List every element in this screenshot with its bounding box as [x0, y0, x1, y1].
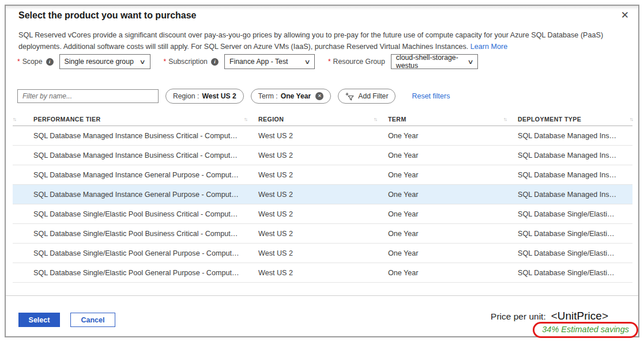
dialog-title: Select the product you want to purchase — [18, 10, 197, 21]
savings-annotation-circle: 34% Estimated savings — [533, 322, 638, 338]
info-icon[interactable]: i — [211, 58, 219, 66]
resource-group-label: * Resource Group — [328, 58, 385, 66]
chevron-down-icon: ∨ — [467, 58, 473, 66]
column-term[interactable]: TERM — [388, 116, 503, 123]
cell-performance-tier: SQL Database Single/Elastic Pool Busines… — [33, 210, 244, 218]
cell-deployment-type: SQL Database Managed Instance — [518, 132, 621, 140]
cell-performance-tier: SQL Database Managed Instance General Pu… — [33, 171, 244, 179]
dialog-description: SQL Reserved vCores provide a significan… — [18, 30, 628, 53]
table-row-selected[interactable]: SQL Database Managed Instance General Pu… — [13, 185, 632, 204]
cell-term: One Year — [388, 151, 503, 159]
price-per-unit: Price per unit: <UnitPrice> — [491, 310, 608, 322]
sort-icon[interactable]: ↑↓ — [13, 116, 33, 122]
cell-deployment-type: SQL Database Managed Instance — [518, 191, 621, 199]
region-pill-value: West US 2 — [202, 92, 236, 100]
resource-group-label-text: Resource Group — [333, 58, 385, 66]
sort-icon[interactable]: ↑↓ — [244, 116, 258, 122]
add-filter-button[interactable]: Add Filter — [338, 89, 396, 104]
cell-region: West US 2 — [258, 132, 374, 140]
price-value: <UnitPrice> — [551, 310, 608, 322]
required-asterisk: * — [17, 58, 20, 66]
cell-term: One Year — [388, 230, 503, 238]
table-row[interactable]: SQL Database Managed Instance Business C… — [13, 126, 632, 146]
estimated-savings-text: 34% Estimated savings — [542, 325, 629, 334]
subscription-dropdown[interactable]: Finance App - Test ∨ — [224, 54, 315, 69]
close-icon[interactable]: ✕ — [621, 10, 629, 20]
products-table: ↑↓ PERFORMANCE TIER ↑↓ REGION ↑↓ TERM ↑↓… — [13, 112, 632, 283]
table-row[interactable]: SQL Database Single/Elastic Pool Busines… — [13, 204, 632, 224]
filter-row: Region : West US 2 Term : One Year ✕ Add… — [17, 89, 450, 104]
filter-by-name-input[interactable] — [17, 89, 159, 103]
region-filter-pill[interactable]: Region : West US 2 — [165, 89, 244, 104]
resource-group-selector: * Resource Group cloud-shell-storage-wes… — [328, 54, 478, 69]
learn-more-link[interactable]: Learn More — [470, 43, 507, 51]
sort-icon[interactable]: ↑↓ — [621, 116, 632, 122]
cell-region: West US 2 — [258, 269, 374, 277]
selector-row: * Scope i Single resource group ∨ * Subs… — [17, 54, 478, 69]
select-button[interactable]: Select — [18, 313, 60, 327]
cancel-button[interactable]: Cancel — [70, 313, 115, 327]
term-pill-value: One Year — [281, 92, 311, 100]
cell-region: West US 2 — [258, 249, 374, 257]
column-performance-tier[interactable]: PERFORMANCE TIER — [33, 116, 244, 123]
cell-deployment-type: SQL Database Single/Elastic Pool — [518, 210, 621, 218]
cell-deployment-type: SQL Database Single/Elastic Pool — [518, 230, 621, 238]
table-row[interactable]: SQL Database Single/Elastic Pool General… — [13, 263, 632, 283]
cell-performance-tier: SQL Database Managed Instance Business C… — [33, 132, 244, 140]
scope-label-text: Scope — [22, 58, 43, 66]
cell-term: One Year — [388, 132, 503, 140]
add-filter-icon — [345, 92, 354, 101]
description-text: SQL Reserved vCores provide a significan… — [18, 31, 603, 51]
term-pill-name: Term : — [258, 92, 278, 100]
info-icon[interactable]: i — [46, 58, 54, 66]
cell-region: West US 2 — [258, 210, 374, 218]
required-asterisk: * — [328, 58, 331, 66]
table-row[interactable]: SQL Database Single/Elastic Pool General… — [13, 244, 632, 263]
cell-performance-tier: SQL Database Managed Instance Business C… — [33, 151, 244, 159]
remove-filter-icon[interactable]: ✕ — [315, 92, 323, 100]
subscription-selector: * Subscription i Finance App - Test ∨ — [164, 54, 315, 69]
scope-selector: * Scope i Single resource group ∨ — [17, 54, 150, 69]
cell-deployment-type: SQL Database Single/Elastic Pool — [518, 269, 621, 277]
add-filter-label: Add Filter — [358, 92, 388, 100]
cell-region: West US 2 — [258, 230, 374, 238]
scope-dropdown[interactable]: Single resource group ∨ — [59, 54, 150, 69]
term-filter-pill[interactable]: Term : One Year ✕ — [251, 89, 331, 104]
cell-term: One Year — [388, 249, 503, 257]
cell-term: One Year — [388, 191, 503, 199]
required-asterisk: * — [164, 58, 167, 66]
scope-label: * Scope i — [17, 58, 54, 66]
sort-icon[interactable]: ↑↓ — [374, 116, 388, 122]
subscription-value: Finance App - Test — [229, 58, 288, 66]
cell-deployment-type: SQL Database Managed Instance — [518, 171, 621, 179]
cell-performance-tier: SQL Database Managed Instance General Pu… — [33, 191, 244, 199]
table-row[interactable]: SQL Database Single/Elastic Pool Busines… — [13, 224, 632, 244]
column-region[interactable]: REGION — [258, 116, 374, 123]
table-header: ↑↓ PERFORMANCE TIER ↑↓ REGION ↑↓ TERM ↑↓… — [13, 112, 632, 126]
subscription-label: * Subscription i — [164, 58, 219, 66]
table-row[interactable]: SQL Database Managed Instance General Pu… — [13, 165, 632, 185]
cell-term: One Year — [388, 269, 503, 277]
cell-performance-tier: SQL Database Single/Elastic Pool General… — [33, 269, 244, 277]
chevron-down-icon: ∨ — [304, 58, 310, 66]
region-pill-name: Region : — [173, 92, 199, 100]
cell-deployment-type: SQL Database Managed Instance — [518, 151, 621, 159]
price-label: Price per unit: — [491, 311, 546, 322]
cell-region: West US 2 — [258, 191, 374, 199]
cell-region: West US 2 — [258, 171, 374, 179]
cell-term: One Year — [388, 210, 503, 218]
cell-term: One Year — [388, 171, 503, 179]
footer-divider — [6, 295, 638, 296]
cell-deployment-type: SQL Database Single/Elastic Pool — [518, 249, 621, 257]
purchase-dialog: Select the product you want to purchase … — [5, 5, 639, 337]
reset-filters-link[interactable]: Reset filters — [412, 92, 450, 100]
cell-performance-tier: SQL Database Single/Elastic Pool General… — [33, 249, 244, 257]
sort-icon[interactable]: ↑↓ — [503, 116, 518, 122]
resource-group-value: cloud-shell-storage-westus — [396, 54, 464, 70]
scope-value: Single resource group — [65, 58, 134, 66]
table-row[interactable]: SQL Database Managed Instance Business C… — [13, 146, 632, 165]
column-deployment-type[interactable]: DEPLOYMENT TYPE — [518, 116, 621, 123]
subscription-label-text: Subscription — [168, 58, 208, 66]
chevron-down-icon: ∨ — [140, 58, 146, 66]
resource-group-dropdown[interactable]: cloud-shell-storage-westus ∨ — [391, 54, 478, 69]
